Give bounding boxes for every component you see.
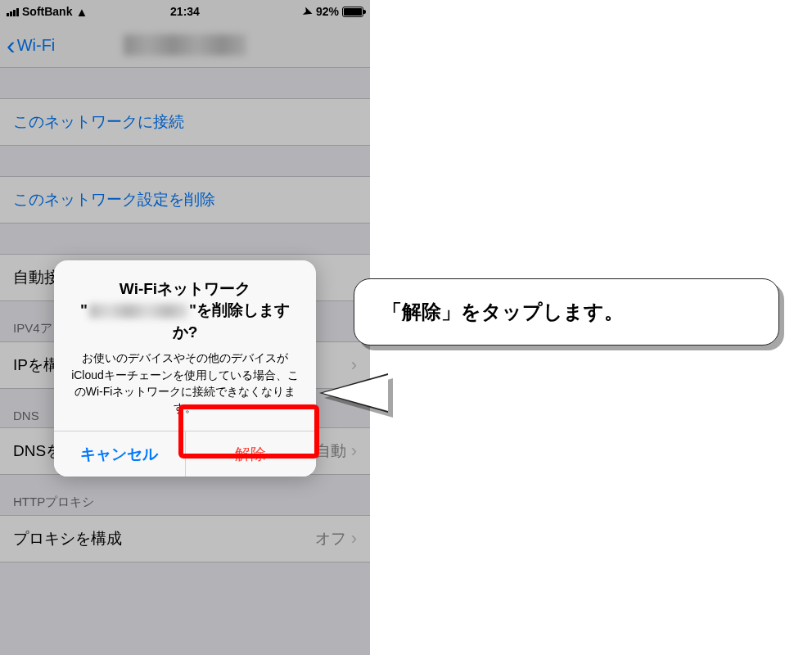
join-network-label: このネットワークに接続: [13, 111, 184, 133]
battery-icon: [342, 7, 363, 17]
carrier-label: SoftBank: [22, 5, 72, 18]
forget-confirm-button[interactable]: 解除: [186, 431, 317, 477]
alert-title: Wi-Fiネットワーク ""を削除しますか?: [69, 278, 301, 344]
chevron-right-icon: ›: [351, 440, 357, 462]
forget-network-alert: Wi-Fiネットワーク ""を削除しますか? お使いのデバイスやその他のデバイス…: [54, 260, 316, 477]
wifi-icon: ▲: [75, 5, 88, 19]
proxy-section-header: HTTPプロキシ: [0, 475, 370, 515]
redacted-network-name: [89, 304, 187, 318]
statusbar: SoftBank ▲ 21:34 ➤ 92%: [0, 0, 370, 23]
auto-join-label: 自動接: [13, 267, 60, 288]
page-title: [55, 34, 314, 56]
cancel-button[interactable]: キャンセル: [54, 431, 186, 477]
redacted-network-name: [124, 34, 246, 56]
clock: 21:34: [125, 5, 244, 18]
battery-percent: 92%: [316, 5, 339, 18]
ip-config-label: IPを構: [13, 355, 59, 376]
location-icon: ➤: [301, 3, 315, 19]
forget-network-label: このネットワーク設定を削除: [13, 189, 215, 210]
callout-text: 「解除」をタップします。: [382, 300, 624, 323]
signal-icon: [7, 7, 19, 16]
alert-message: お使いのデバイスやその他のデバイスがiCloudキーチェーンを使用している場合、…: [69, 350, 301, 416]
back-label: Wi-Fi: [17, 36, 56, 55]
proxy-config-label: プロキシを構成: [13, 528, 122, 549]
phone-screen: SoftBank ▲ 21:34 ➤ 92% ‹ Wi-Fi このネットワークに…: [0, 0, 370, 655]
join-network-cell[interactable]: このネットワークに接続: [0, 98, 370, 146]
chevron-right-icon: ›: [351, 528, 357, 549]
proxy-config-value: オフ: [315, 528, 346, 549]
instruction-callout: 「解除」をタップします。: [354, 278, 779, 346]
navigation-bar: ‹ Wi-Fi: [0, 23, 370, 68]
dns-config-value: 自動: [315, 440, 346, 462]
proxy-config-cell[interactable]: プロキシを構成 オフ ›: [0, 515, 370, 562]
back-button[interactable]: ‹ Wi-Fi: [7, 36, 55, 55]
forget-network-cell[interactable]: このネットワーク設定を削除: [0, 176, 370, 224]
